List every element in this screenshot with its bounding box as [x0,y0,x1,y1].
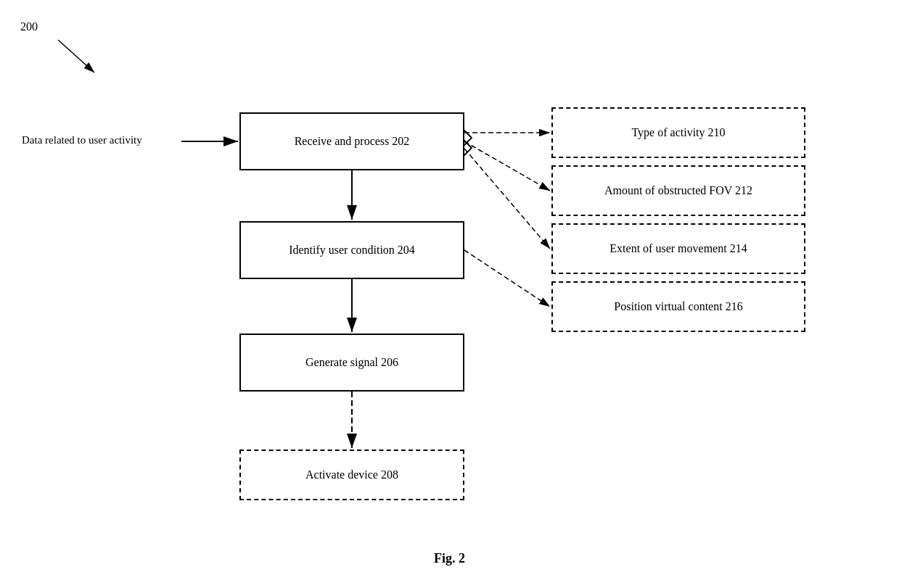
activate-device-box: Activate device 208 [239,450,464,500]
receive-process-box: Receive and process 202 [239,112,464,170]
obstructed-fov-box: Amount of obstructed FOV 212 [551,165,805,216]
svg-line-10 [464,250,550,307]
identify-condition-box: Identify user condition 204 [239,221,464,279]
svg-line-2 [58,40,94,73]
svg-line-9 [464,149,550,249]
type-activity-box: Type of activity 210 [551,107,805,158]
figure-label: Fig. 2 [434,551,465,566]
ref-200-label: 200 [20,20,38,33]
diagram-container: 200 Data related to user activity Receiv… [0,0,899,588]
position-virtual-content-box: Position virtual content 216 [551,281,805,332]
svg-line-8 [464,141,550,191]
generate-signal-box: Generate signal 206 [239,334,464,392]
user-movement-box: Extent of user movement 214 [551,223,805,274]
data-activity-label: Data related to user activity [22,134,142,146]
